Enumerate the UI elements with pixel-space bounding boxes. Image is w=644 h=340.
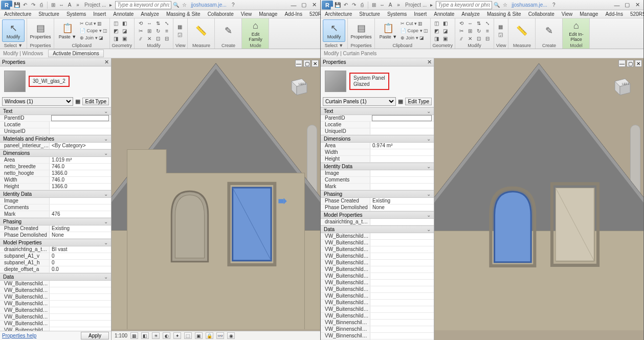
property-value[interactable] xyxy=(370,177,434,183)
property-value[interactable]: 746.0 xyxy=(49,164,111,170)
property-value[interactable] xyxy=(370,122,434,128)
property-value[interactable]: 746.0 xyxy=(49,177,111,183)
property-value[interactable]: 1.019 m² xyxy=(49,157,111,163)
tab-addins[interactable]: Add-Ins xyxy=(605,11,623,17)
tab-collaborate[interactable]: Collaborate xyxy=(208,11,234,17)
property-value[interactable] xyxy=(49,287,111,293)
help-icon[interactable]: ? xyxy=(230,2,237,9)
property-row[interactable]: VW_Buitenschilderwerk m... xyxy=(0,281,111,287)
rendering-icon[interactable]: ✦ xyxy=(173,332,181,339)
ribbon-tool-icon[interactable]: ⫽ xyxy=(457,35,465,42)
redo-icon[interactable]: ↷ xyxy=(30,2,37,9)
property-row[interactable]: draairichting_a_type<Win... xyxy=(321,219,434,225)
property-value[interactable] xyxy=(370,273,434,279)
tab-view[interactable]: View xyxy=(562,11,573,17)
lock-icon[interactable]: 🔒 xyxy=(206,332,213,339)
property-value[interactable]: 0 xyxy=(49,260,111,266)
ribbon-small-button[interactable]: ▥ xyxy=(418,20,423,27)
scale-label[interactable]: 1:100 xyxy=(115,333,127,338)
ribbon-tool-icon[interactable]: ◪ xyxy=(441,27,450,34)
property-value[interactable] xyxy=(49,122,111,128)
ribbon-tool-icon[interactable]: ⟲ xyxy=(457,19,465,27)
property-row[interactable]: VW_Buitenschilderwerk m... xyxy=(321,300,434,306)
property-row[interactable]: VW_Buitenschilderwerk m... xyxy=(321,293,434,300)
print-icon[interactable]: ⎙ xyxy=(38,2,45,9)
star-icon[interactable]: ☆ xyxy=(181,2,188,9)
ribbon-tool-icon[interactable]: ◧ xyxy=(441,19,450,27)
property-value[interactable] xyxy=(370,326,434,332)
property-row[interactable]: Comments xyxy=(0,205,111,211)
property-group-header[interactable]: Dimensions⌄ xyxy=(321,135,434,143)
property-value[interactable] xyxy=(49,198,111,204)
close-panel-icon[interactable]: ✕ xyxy=(427,59,432,65)
ribbon-modify-button[interactable]: ↖Modify xyxy=(2,19,25,42)
ribbon-small-button[interactable]: 📄 Cope ▾ xyxy=(80,27,102,34)
property-value[interactable]: 0.0 xyxy=(49,266,111,273)
ribbon-tool-icon[interactable]: ✂ xyxy=(457,27,465,34)
property-row[interactable]: Comments xyxy=(321,177,434,184)
tab-manage[interactable]: Manage xyxy=(259,11,277,17)
property-row[interactable]: VW_Buitenschilderwerk m... xyxy=(0,314,111,321)
property-row[interactable]: Phase DemolishedNone xyxy=(321,205,434,211)
property-row[interactable]: diepte_offset_a0.0 xyxy=(0,266,111,273)
undo-icon[interactable]: ↶ xyxy=(342,2,349,9)
property-row[interactable]: VW_Buitenschilderwerk m... xyxy=(321,246,434,253)
property-group-header[interactable]: Data⌄ xyxy=(321,225,434,233)
property-row[interactable]: VW_Buitenschilderwerk m... xyxy=(0,321,111,327)
property-row[interactable]: VW_Buitenschilderwerk m... xyxy=(321,266,434,273)
property-value[interactable] xyxy=(51,115,109,121)
edit-type-icon[interactable]: ▦ xyxy=(75,98,80,105)
property-value[interactable] xyxy=(372,115,432,121)
save-icon[interactable]: 💾 xyxy=(334,2,341,9)
ribbon-tool-icon[interactable]: ⊞ xyxy=(466,27,474,34)
qat-icon[interactable]: ⊞ xyxy=(370,2,377,9)
ribbon-small-button[interactable]: ◪ xyxy=(419,34,424,41)
save-icon[interactable]: 💾 xyxy=(13,2,20,9)
ribbon-small-button[interactable]: ✂ Cut ▾ xyxy=(80,20,96,27)
property-row[interactable]: Height xyxy=(321,156,434,163)
tab-insert[interactable]: Insert xyxy=(414,11,427,17)
visual-style-icon[interactable]: ◧ xyxy=(141,332,149,339)
qat-icon[interactable]: ⊞ xyxy=(50,2,57,9)
property-value[interactable] xyxy=(49,314,111,320)
reveal-icon[interactable]: ◉ xyxy=(227,332,235,339)
tab-insert[interactable]: Insert xyxy=(93,11,106,17)
property-row[interactable]: ParentID xyxy=(0,115,111,122)
qat-icon[interactable]: ↔ xyxy=(58,2,65,9)
ribbon-tool-icon[interactable]: ◫ xyxy=(112,19,120,27)
crop-view-icon[interactable]: ⬚ xyxy=(184,332,192,339)
instance-filter[interactable]: Curtain Panels (1) xyxy=(323,97,396,106)
search-icon[interactable]: 🔍 xyxy=(172,2,180,9)
property-value[interactable] xyxy=(49,294,111,300)
ribbon-tool-icon[interactable]: ⊟ xyxy=(483,35,492,42)
property-value[interactable] xyxy=(370,280,434,286)
property-list[interactable]: Text⌄ParentIDLocatieUniqueIDMaterials an… xyxy=(0,107,111,331)
property-value[interactable] xyxy=(370,184,434,190)
property-row[interactable]: Area1.019 m² xyxy=(0,157,111,164)
ribbon-tool-icon[interactable]: ⤡ xyxy=(483,19,492,27)
property-value[interactable] xyxy=(370,246,434,253)
minimize-button[interactable]: — xyxy=(288,1,299,9)
ribbon-small-button[interactable]: ⊕ Join ▾ xyxy=(80,34,98,41)
close-button[interactable]: ✕ xyxy=(309,1,319,9)
ribbon-tool-icon[interactable]: ▦ xyxy=(175,24,184,31)
property-value[interactable] xyxy=(370,233,434,239)
ribbon-tool-icon[interactable]: ◫ xyxy=(433,19,441,27)
crop-region-icon[interactable]: ▣ xyxy=(195,332,203,339)
property-row[interactable]: Width xyxy=(321,149,434,156)
property-group-header[interactable]: Identity Data⌄ xyxy=(321,163,434,170)
tab-collaborate[interactable]: Collaborate xyxy=(528,11,554,17)
user-menu[interactable]: jjoshuasam.je... xyxy=(512,2,547,8)
tab-architecture[interactable]: Architecture xyxy=(325,11,352,17)
property-row[interactable]: Locatie xyxy=(321,122,434,128)
property-group-header[interactable]: Identity Data⌄ xyxy=(0,190,111,198)
close-panel-icon[interactable]: ✕ xyxy=(104,59,109,65)
edit-in-place-button[interactable]: ⌂Edit In-Place xyxy=(565,19,587,42)
ribbon-properties-button[interactable]: ▤Properties xyxy=(350,19,372,42)
property-group-header[interactable]: Model Properties⌄ xyxy=(321,211,434,219)
property-row[interactable]: Mark476 xyxy=(0,211,111,218)
property-row[interactable]: VW_Buitenschilderwerk m... xyxy=(321,313,434,320)
qat-more-icon[interactable]: » xyxy=(74,2,81,9)
property-value[interactable] xyxy=(49,321,111,327)
apply-button[interactable]: Apply xyxy=(81,332,109,339)
